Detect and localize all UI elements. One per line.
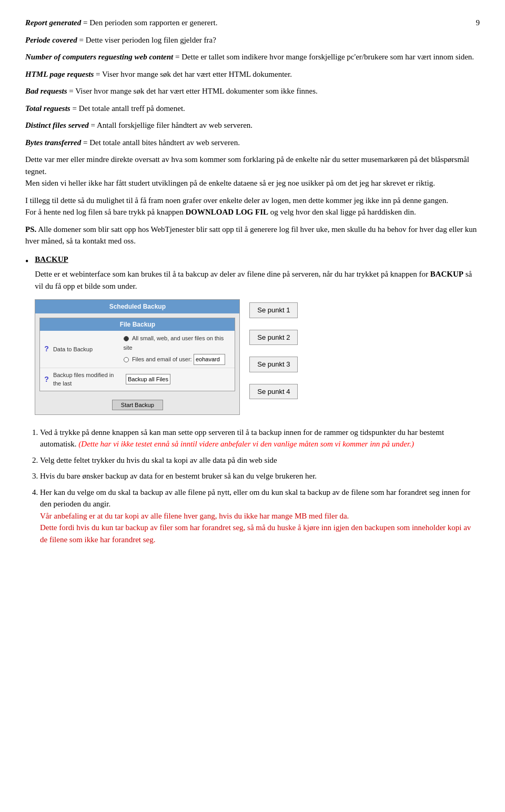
list-item-3: Hvis du bare ønsker backup av data for e… [40, 470, 480, 482]
file-backup-box: File Backup ? Data to Backup All small, … [39, 318, 235, 391]
annotation-2: Se punkt 2 [249, 330, 298, 346]
user-select[interactable]: eohavard [194, 354, 225, 365]
para-bytes-transferred: Bytes transferred = Det totale antall bi… [25, 137, 480, 149]
term-periode-covered: Periode covered [25, 36, 77, 44]
para-html-page-requests: HTML page requests = Viser hvor mange sø… [25, 68, 480, 80]
text-distinct-files: = Antall forskjellige filer håndtert av … [89, 121, 252, 129]
para-report-generated: Report generated = Den perioden som rapp… [25, 17, 480, 29]
file-backup-title: File Backup [40, 318, 235, 331]
term-number-of-computers: Number of computers reguesting web conte… [25, 53, 173, 61]
backup-files-select[interactable]: Backup all Files [126, 374, 170, 385]
backup-option-all: All small, web, and user files on this s… [124, 333, 231, 352]
ps-label: PS. [25, 225, 36, 234]
radio-all-icon[interactable] [124, 336, 129, 341]
note1: Dette var mer eller mindre direkte overs… [25, 154, 480, 189]
numbered-list: Ved å trykke på denne knappen så kan man… [40, 427, 480, 546]
backup-button-row: Start Backup [35, 395, 239, 414]
para-total-reguests: Total reguests = Det totale antall treff… [25, 103, 480, 115]
para-periode-covered: Periode covered = Dette viser perioden l… [25, 34, 480, 46]
text-bad-requests: = Viser hvor mange søk det har vært ette… [67, 87, 318, 95]
download-log-bold: DOWNLOAD LOG FIL [185, 208, 268, 216]
backup-row1-options: All small, web, and user files on this s… [124, 333, 231, 365]
question-icon-1: ? [44, 343, 49, 354]
list-item-4-red-1: Vår anbefaling er at du tar kopi av alle… [40, 512, 349, 520]
backup-diagram: Scheduled Backup File Backup ? Data to B… [35, 299, 480, 415]
page-wrapper: 9 Report generated = Den perioden som ra… [25, 17, 480, 545]
annotation-3: Se punkt 3 [249, 357, 298, 372]
annotations-container: Se punkt 1 Se punkt 2 Se punkt 3 Se punk… [249, 302, 298, 399]
question-icon-2: ? [44, 374, 49, 385]
annotation-4: Se punkt 4 [249, 384, 298, 400]
backup-row-2: ? Backup files modified in the last Back… [40, 368, 235, 391]
para-number-of-computers: Number of computers reguesting web conte… [25, 51, 480, 63]
start-backup-button[interactable]: Start Backup [112, 400, 163, 410]
backup-screenshot: Scheduled Backup File Backup ? Data to B… [35, 299, 240, 415]
text-report-generated: = Den perioden som rapporten er generert… [81, 18, 217, 27]
term-html-page-requests: HTML page requests [25, 70, 94, 78]
term-bad-requests: Bad requests [25, 87, 67, 95]
list-item-4: Her kan du velge om du skal ta backup av… [40, 486, 480, 546]
note4-rest: og velg hvor den skal ligge på harddiske… [268, 208, 416, 216]
note3: I tillegg til dette så du mulighet til å… [25, 195, 480, 218]
text-html-page-requests: = Viser hvor mange søk det har vært ette… [94, 70, 292, 78]
bullet-dot: • [25, 255, 28, 269]
annotation-1: Se punkt 1 [249, 302, 298, 318]
backup-option-user: Files and email of user: eohavard [124, 354, 231, 365]
term-report-generated: Report generated [25, 18, 81, 27]
list-item-1: Ved å trykke på denne knappen så kan man… [40, 427, 480, 450]
ps-text: Alle domener som blir satt opp hos WebTj… [25, 225, 477, 246]
list-item-4-red-2: Dette fordi hvis du kun tar backup av fi… [40, 523, 471, 544]
scheduled-backup-title: Scheduled Backup [35, 300, 239, 313]
text-bytes-transferred: = Det totale antall bites håndtert av we… [81, 138, 240, 147]
backup-title: BACKUP [35, 253, 480, 266]
text-periode-covered: = Dette viser perioden log filen gjelder… [77, 36, 216, 44]
backup-row-1: ? Data to Backup All small, web, and use… [40, 331, 235, 368]
backup-bold-label: BACKUP [430, 270, 463, 278]
para-distinct-files: Distinct files served = Antall forskjell… [25, 119, 480, 131]
text-number-of-computers: = Dette er tallet som indikere hvor mang… [173, 53, 474, 61]
ps-paragraph: PS. Alle domener som blir satt opp hos W… [25, 224, 480, 247]
page-number: 9 [476, 17, 480, 29]
backup-description: Dette er et webinterface som kan brukes … [35, 268, 480, 292]
term-total-reguests: Total reguests [25, 104, 70, 113]
backup-section: • BACKUP Dette er et webinterface som ka… [25, 253, 480, 422]
list-item-1-italic: (Dette har vi ikke testet ennå så inntil… [78, 440, 414, 448]
backup-row2-label: Backup files modified in the last [53, 371, 122, 388]
backup-content: BACKUP Dette er et webinterface som kan … [35, 253, 480, 422]
backup-row1-label: Data to Backup [53, 345, 119, 354]
para-bad-requests: Bad requests = Viser hvor mange søk det … [25, 85, 480, 97]
term-distinct-files: Distinct files served [25, 121, 89, 129]
term-bytes-transferred: Bytes transferred [25, 138, 81, 147]
list-item-2: Velg dette feltet trykker du hvis du ska… [40, 454, 480, 466]
radio-user-icon[interactable] [124, 357, 129, 362]
text-total-reguests: = Det totale antall treff på domenet. [70, 104, 185, 113]
